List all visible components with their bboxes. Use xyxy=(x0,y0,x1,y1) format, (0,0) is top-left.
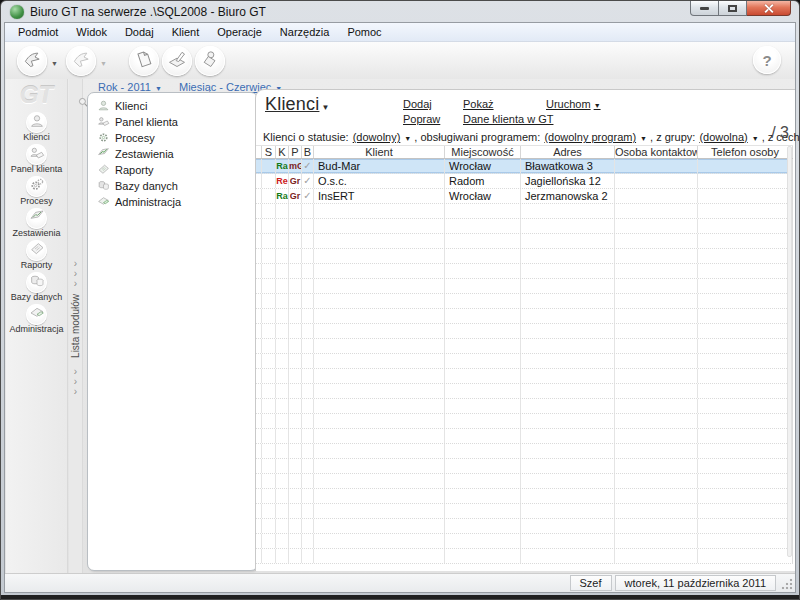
table-empty-row xyxy=(256,294,793,309)
col-adres[interactable]: Adres xyxy=(521,146,615,158)
cell-k: Re xyxy=(276,174,289,188)
edit-pen-icon xyxy=(167,49,187,73)
action-links-secondary: Pokaż Dane klienta w GT xyxy=(463,98,553,128)
tree-item-label: Klienci xyxy=(115,100,147,112)
tree-item-bazy-danych[interactable]: Bazy danych xyxy=(88,178,257,194)
sidebar-item-zestawienia[interactable]: Zestawienia xyxy=(6,208,67,239)
col-p[interactable]: P xyxy=(289,146,302,158)
uruchom-link[interactable]: Uruchom xyxy=(546,98,601,110)
chevron-down-icon[interactable] xyxy=(749,131,759,143)
navigation-tree: Klienci Panel klienta Procesy Zestawieni… xyxy=(87,92,258,571)
tree-item-klienci[interactable]: Klienci xyxy=(88,98,257,114)
sidebar-item-klienci[interactable]: Klienci xyxy=(6,112,67,143)
cursor-arrow-disabled-icon xyxy=(71,49,91,73)
pokaz-link[interactable]: Pokaż xyxy=(463,98,553,110)
col-telefon[interactable]: Telefon osoby xyxy=(698,146,793,158)
menu-widok[interactable]: Widok xyxy=(67,24,116,40)
col-s[interactable]: S xyxy=(262,146,276,158)
table-empty-row xyxy=(256,444,793,459)
sidebar-item-bazy-danych[interactable]: Bazy danych xyxy=(6,272,67,303)
table-row[interactable]: Re Gr ✓ O.s.c. Radom Jagiellońska 12 xyxy=(256,174,793,189)
chevron-down-icon[interactable] xyxy=(51,52,58,70)
cell-k: Ra xyxy=(276,189,289,203)
filter-group-link[interactable]: (dowolna) xyxy=(699,131,747,143)
cell-osoba xyxy=(615,159,698,173)
reports-icon xyxy=(29,241,45,261)
help-button[interactable] xyxy=(753,46,781,74)
sidebar-item-raporty[interactable]: Raporty xyxy=(6,240,67,271)
table-empty-row xyxy=(256,354,793,369)
chevron-down-icon[interactable] xyxy=(401,131,411,143)
table-empty-row xyxy=(256,309,793,324)
toolbar-select-secondary-button[interactable] xyxy=(66,46,96,76)
menu-pomoc[interactable]: Pomoc xyxy=(338,24,390,40)
minimize-icon xyxy=(700,7,709,10)
col-klient[interactable]: Klient xyxy=(314,146,445,158)
dodaj-link[interactable]: Dodaj xyxy=(403,98,440,110)
toolbar-stamp-button[interactable] xyxy=(195,46,225,76)
close-button[interactable] xyxy=(747,1,791,16)
table-row[interactable]: Ra mG ✓ Bud-Mar Wrocław Bławatkowa 3 xyxy=(256,159,793,174)
stamp-icon xyxy=(200,49,220,73)
chevron-right-icon xyxy=(74,365,77,375)
tree-item-label: Procesy xyxy=(115,132,155,144)
module-list-splitter[interactable]: Lista modułów xyxy=(69,79,83,573)
cell-telefon xyxy=(698,159,793,173)
chevron-down-icon[interactable] xyxy=(100,52,107,70)
cursor-arrow-icon xyxy=(22,49,42,73)
clients-icon xyxy=(29,113,45,133)
table-empty-row xyxy=(256,534,793,549)
resize-grip-icon[interactable] xyxy=(780,577,793,590)
vertical-scrollbar[interactable] xyxy=(787,146,792,557)
tree-item-zestawienia[interactable]: Zestawienia xyxy=(88,146,257,162)
statusbar: Szef wtorek, 11 października 2011 xyxy=(5,573,795,592)
tree-item-administracja[interactable]: Administracja xyxy=(88,194,257,210)
client-panel-icon xyxy=(97,115,110,130)
col-k[interactable]: K xyxy=(276,146,289,158)
sidebar-item-label: Administracja xyxy=(6,325,67,334)
dane-klienta-link[interactable]: Dane klienta w GT xyxy=(463,113,553,125)
menu-dodaj[interactable]: Dodaj xyxy=(116,24,163,40)
col-osoba[interactable]: Osoba kontaktowa xyxy=(615,146,698,158)
cell-miejscowosc: Wrocław xyxy=(445,159,521,173)
menu-klient[interactable]: Klient xyxy=(163,24,209,40)
cell-b-check: ✓ xyxy=(302,159,314,173)
chevron-right-icon xyxy=(74,375,77,385)
menu-narzedzia[interactable]: Narzędzia xyxy=(271,24,339,40)
sidebar-item-procesy[interactable]: Procesy xyxy=(6,176,67,207)
menu-podmiot[interactable]: Podmiot xyxy=(9,24,67,40)
filter-program-link[interactable]: (dowolny program) xyxy=(544,131,636,143)
table-empty-row xyxy=(256,429,793,444)
titlebar[interactable]: Biuro GT na serwerze .\SQL2008 - Biuro G… xyxy=(1,1,799,22)
maximize-button[interactable] xyxy=(719,1,747,16)
chevron-down-icon[interactable] xyxy=(637,131,647,143)
minimize-button[interactable] xyxy=(690,1,719,16)
main-panel: Klienci Dodaj Popraw Pokaż Dane klienta … xyxy=(255,89,795,571)
cell-adres: Jagiellońska 12 xyxy=(521,174,615,188)
chevron-right-icon xyxy=(74,257,77,267)
sidebar-item-panel-klienta[interactable]: Panel klienta xyxy=(6,144,67,175)
toolbar-edit-button[interactable] xyxy=(162,46,192,76)
menu-operacje[interactable]: Operacje xyxy=(208,24,271,40)
tree-item-raporty[interactable]: Raporty xyxy=(88,162,257,178)
popraw-link[interactable]: Popraw xyxy=(403,113,440,125)
cell-osoba xyxy=(615,189,698,203)
table-empty-row xyxy=(256,234,793,249)
toolbar-document-button[interactable] xyxy=(129,46,159,76)
filter-status-link[interactable]: (dowolny) xyxy=(353,131,401,143)
tree-item-procesy[interactable]: Procesy xyxy=(88,130,257,146)
col-b[interactable]: B xyxy=(302,146,314,158)
page-title[interactable]: Klienci xyxy=(265,94,330,115)
app-icon xyxy=(10,5,24,19)
col-miejscowosc[interactable]: Miejscowość xyxy=(445,146,521,158)
toolbar-select-button[interactable] xyxy=(17,46,47,76)
summaries-icon xyxy=(97,147,110,162)
app-frame: Podmiot Widok Dodaj Klient Operacje Narz… xyxy=(4,22,796,593)
table-empty-row xyxy=(256,474,793,489)
table-row[interactable]: Ra Gr ✓ InsERT Wrocław Jerzmanowska 2 xyxy=(256,189,793,204)
status-user: Szef xyxy=(570,575,612,591)
document-icon xyxy=(134,49,154,73)
chevron-right-icon xyxy=(74,277,77,287)
tree-item-panel-klienta[interactable]: Panel klienta xyxy=(88,114,257,130)
sidebar-item-administracja[interactable]: Administracja xyxy=(6,304,67,335)
